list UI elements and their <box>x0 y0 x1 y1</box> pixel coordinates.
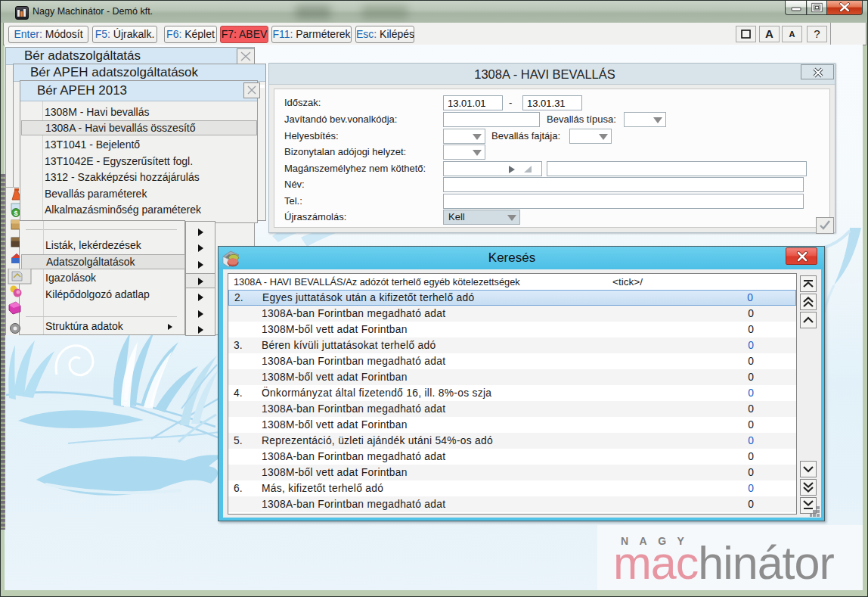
svg-text:$: $ <box>14 210 17 217</box>
